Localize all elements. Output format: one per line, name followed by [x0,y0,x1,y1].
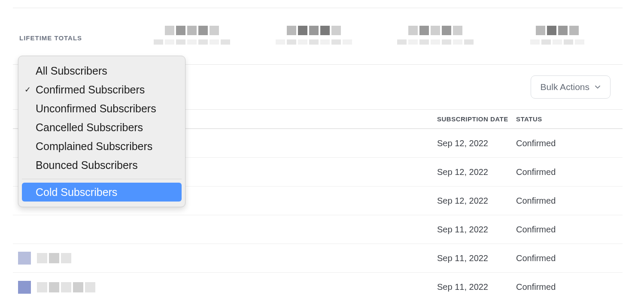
filter-option-label: Complained Subscribers [36,140,152,153]
cell-subscription-date: Sep 11, 2022 [437,253,516,263]
cell-status: Confirmed [516,282,623,292]
filter-option-confirmed-subscribers[interactable]: ✓ Confirmed Subscribers [22,80,182,99]
filter-option-cancelled-subscribers[interactable]: Cancelled Subscribers [22,118,182,137]
filter-option-label: Unconfirmed Subscribers [36,102,156,115]
cell-status: Confirmed [516,196,623,206]
cell-subscription-date: Sep 12, 2022 [437,138,516,148]
filter-option-bounced-subscribers[interactable]: Bounced Subscribers [22,156,182,175]
metric-1 [131,26,253,45]
cell-subscription-date: Sep 11, 2022 [437,282,516,292]
divider-top [13,8,623,8]
metric-3 [375,26,497,45]
filter-option-cold-subscribers[interactable]: Cold Subscribers [22,183,182,202]
filter-option-label: Confirmed Subscribers [36,84,145,96]
column-header-subscription-date[interactable]: SUBSCRIPTION DATE [437,115,516,123]
chevron-down-icon [595,84,601,90]
cell-subscription-date: Sep 12, 2022 [437,167,516,177]
filter-option-label: Bounced Subscribers [36,159,138,172]
row-left [18,281,437,294]
table-row[interactable]: Sep 11, 2022 Confirmed [13,273,623,301]
cell-status: Confirmed [516,253,623,263]
filter-option-complained-subscribers[interactable]: Complained Subscribers [22,137,182,156]
subscriber-filter-dropdown[interactable]: All Subscribers ✓ Confirmed Subscribers … [18,56,185,207]
filter-option-label: Cancelled Subscribers [36,121,143,134]
bulk-actions-button[interactable]: Bulk Actions [531,75,611,99]
cell-subscription-date: Sep 11, 2022 [437,225,516,235]
filter-option-unconfirmed-subscribers[interactable]: Unconfirmed Subscribers [22,99,182,118]
metric-4 [496,26,618,45]
avatar [18,252,31,265]
column-header-status[interactable]: STATUS [516,115,623,123]
dropdown-separator [22,179,182,179]
lifetime-totals-row: LIFETIME TOTALS [19,26,618,56]
cell-status: Confirmed [516,225,623,235]
avatar [18,281,31,294]
cell-status: Confirmed [516,167,623,177]
lifetime-totals-label: LIFETIME TOTALS [19,26,131,42]
cell-status: Confirmed [516,138,623,148]
cell-subscription-date: Sep 12, 2022 [437,196,516,206]
table-row[interactable]: Sep 11, 2022 Confirmed [13,215,623,244]
metric-2 [253,26,375,45]
check-icon: ✓ [24,85,31,94]
row-left [18,252,437,265]
bulk-actions-label: Bulk Actions [541,82,589,92]
filter-option-label: Cold Subscribers [36,186,117,199]
filter-option-all-subscribers[interactable]: All Subscribers [22,61,182,80]
table-row[interactable]: Sep 11, 2022 Confirmed [13,244,623,273]
filter-option-label: All Subscribers [36,65,107,77]
